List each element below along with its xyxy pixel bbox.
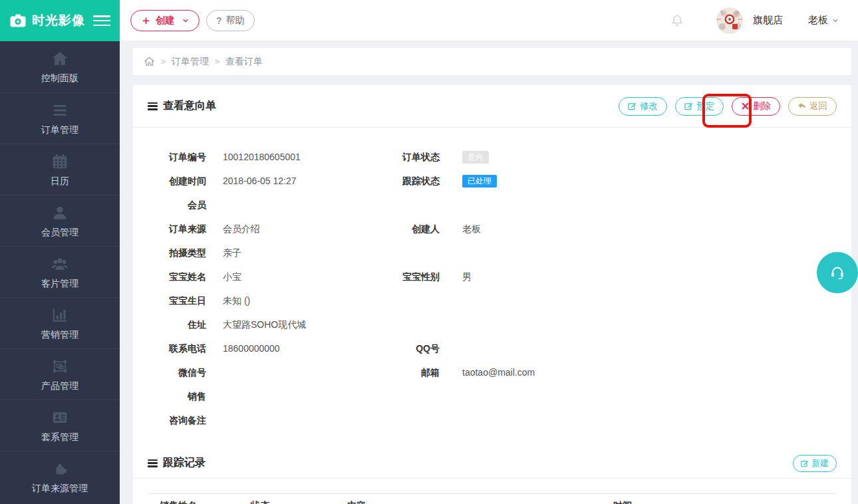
form-row: 订单来源 会员介绍 创建人 老板 — [133, 217, 851, 241]
field-value: 2018-06-05 12:27 — [223, 169, 373, 193]
column-sales-name: 销售姓名 — [148, 494, 251, 504]
breadcrumb-view-order: 查看订单 — [225, 56, 263, 68]
field-label: 微信号 — [140, 360, 206, 384]
customer-service-float-button[interactable] — [817, 252, 858, 293]
field-value: 小宝 — [223, 265, 373, 289]
field-value: 18600000000 — [223, 336, 373, 360]
back-arrow-icon — [797, 102, 806, 110]
sidebar-item-customer-photos[interactable]: 客片管理 — [0, 246, 120, 297]
breadcrumb-separator: > — [215, 57, 219, 66]
breadcrumb-separator: > — [161, 57, 166, 66]
list-bars-icon — [148, 459, 158, 467]
home-icon[interactable] — [144, 56, 155, 67]
sidebar-item-members[interactable]: 会员管理 — [0, 195, 120, 246]
card-actions: 修改 预定 删除 返回 — [619, 97, 837, 116]
order-status-badge: 意向 — [462, 151, 489, 164]
sidebar-nav: 控制面版 订单管理 日历 会员管理 客片管理 营销管理 产品管理 套系管理 — [0, 41, 120, 502]
sidebar-item-marketing[interactable]: 营销管理 — [0, 297, 120, 348]
card-header: 查看意向单 修改 预定 删除 返回 — [133, 85, 851, 128]
customer-photos-icon — [51, 255, 69, 273]
calendar-icon — [51, 152, 69, 171]
form-row: 创建时间 2018-06-05 12:27 跟踪状态 已处理 — [133, 169, 851, 193]
tracking-status-badge: 已处理 — [462, 175, 497, 188]
edit-icon — [684, 102, 693, 110]
notifications-bell-icon[interactable] — [670, 13, 684, 28]
field-label: 创建人 — [373, 217, 440, 241]
field-label: 宝宝生日 — [140, 289, 206, 313]
tracking-section-header: 跟踪记录 新建 — [133, 448, 851, 479]
user-menu[interactable]: 老板 — [808, 14, 839, 27]
field-value — [223, 360, 373, 384]
field-value: 会员介绍 — [223, 217, 373, 241]
plus-icon: ＋ — [140, 15, 152, 26]
sidebar-item-orders[interactable]: 订单管理 — [0, 92, 120, 144]
table-header-row: 销售姓名 状态 内容 时间 — [148, 494, 837, 504]
form-row: 销售 — [133, 384, 851, 408]
field-value: 已处理 — [462, 169, 851, 193]
field-label: 宝宝姓名 — [140, 265, 206, 289]
field-label: 销售 — [140, 384, 206, 408]
topbar-right: 旗舰店 老板 — [670, 7, 839, 35]
back-button[interactable]: 返回 — [788, 97, 837, 116]
form-row: 宝宝姓名 小宝 宝宝性别 男 — [133, 265, 851, 289]
chevron-down-icon — [831, 17, 839, 25]
field-label: 住址 — [140, 313, 206, 336]
sidebar-item-dashboard[interactable]: 控制面版 — [0, 41, 120, 92]
field-label: 咨询备注 — [140, 408, 206, 432]
form-row: 咨询备注 — [133, 408, 851, 432]
edit-icon — [801, 459, 809, 467]
edit-order-button[interactable]: 修改 — [619, 97, 667, 116]
sidebar-item-order-sources[interactable]: 订单来源管理 — [0, 451, 120, 502]
field-value: 意向 — [462, 145, 851, 169]
form-row: 宝宝生日 未知 () — [133, 289, 851, 313]
field-label: 宝宝性别 — [373, 265, 440, 289]
product-icon — [51, 357, 69, 376]
field-label: 订单来源 — [140, 217, 206, 241]
new-tracking-record-button[interactable]: 新建 — [793, 455, 837, 472]
field-value: 未知 () — [223, 289, 373, 313]
store-name: 旗舰店 — [753, 14, 783, 27]
order-source-icon — [51, 459, 69, 478]
member-icon — [51, 203, 69, 222]
form-row: 住址 大望路SOHO现代城 — [133, 313, 851, 336]
field-label: 订单编号 — [140, 145, 206, 169]
headset-icon — [827, 263, 847, 283]
form-row: 拍摄类型 亲子 — [133, 241, 851, 265]
page-title: 查看意向单 — [148, 99, 216, 113]
field-label: 订单状态 — [373, 145, 440, 169]
field-value — [223, 193, 373, 217]
sidebar-item-packages[interactable]: 套系管理 — [0, 400, 120, 451]
create-button[interactable]: ＋ 创建 — [130, 10, 200, 31]
sidebar: 时光影像 控制面版 订单管理 日历 会员管理 客片管理 营销管理 — [0, 0, 120, 504]
brand-name: 时光影像 — [32, 12, 93, 29]
sidebar-item-products[interactable]: 产品管理 — [0, 348, 120, 400]
sidebar-item-calendar[interactable]: 日历 — [0, 144, 120, 195]
sidebar-collapse-icon[interactable] — [93, 14, 110, 27]
help-button[interactable]: ? 帮助 — [206, 10, 255, 31]
breadcrumb: > 订单管理 > 查看订单 — [133, 48, 851, 75]
form-row: 会员 — [133, 193, 851, 217]
question-icon: ? — [216, 15, 222, 26]
order-detail-form: 订单编号 100120180605001 订单状态 意向 创建时间 2018-0… — [133, 128, 851, 432]
chevron-down-icon — [182, 17, 190, 25]
field-label: 邮箱 — [373, 360, 440, 384]
close-x-icon — [741, 102, 750, 110]
brand-logo[interactable]: 时光影像 — [0, 0, 120, 41]
field-value: 大望路SOHO现代城 — [223, 313, 373, 336]
camera-icon — [9, 12, 27, 29]
user-name: 老板 — [808, 14, 828, 27]
field-label: QQ号 — [373, 336, 440, 360]
field-value: 老板 — [462, 217, 851, 241]
breadcrumb-order-management[interactable]: 订单管理 — [172, 56, 209, 68]
field-value: 100120180605001 — [223, 145, 373, 169]
column-status: 状态 — [251, 494, 347, 504]
column-content: 内容 — [347, 494, 613, 504]
book-order-button[interactable]: 预定 — [675, 97, 724, 116]
tracking-records-table: 销售姓名 状态 内容 时间 — [148, 493, 837, 504]
list-bars-icon — [148, 102, 158, 110]
form-row: 订单编号 100120180605001 订单状态 意向 — [133, 145, 851, 169]
form-row: 联系电话 18600000000 QQ号 — [133, 336, 851, 360]
store-avatar[interactable] — [716, 7, 744, 35]
field-label: 创建时间 — [140, 169, 206, 193]
delete-order-button[interactable]: 删除 — [732, 97, 780, 116]
